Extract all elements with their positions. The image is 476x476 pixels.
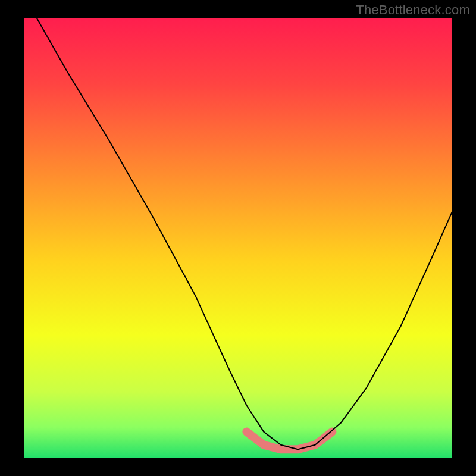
plot-area bbox=[24, 18, 452, 458]
gradient-background bbox=[24, 18, 452, 458]
watermark-text: TheBottleneck.com bbox=[356, 2, 470, 18]
chart-container: TheBottleneck.com bbox=[0, 0, 476, 476]
chart-svg bbox=[24, 18, 452, 458]
